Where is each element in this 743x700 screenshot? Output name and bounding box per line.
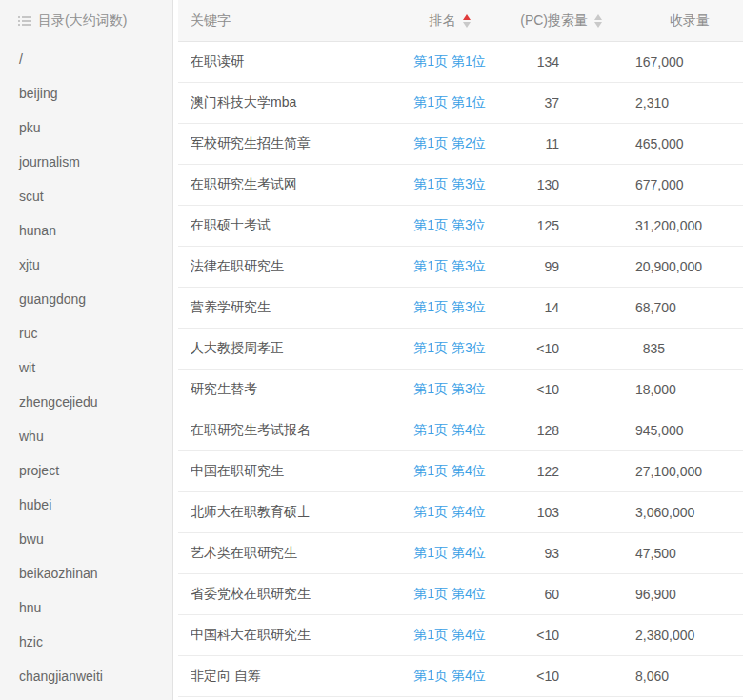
search-volume-cell: 14 bbox=[512, 300, 635, 315]
index-volume-cell: 677,000 bbox=[635, 177, 743, 192]
rank-link[interactable]: 第1页 第3位 bbox=[413, 258, 485, 275]
table-row: 在职读研 第1页 第1位 134 167,000 bbox=[178, 42, 743, 83]
sort-search-volume-icon[interactable] bbox=[594, 14, 602, 28]
column-header-rank-label: 排名 bbox=[430, 12, 456, 30]
search-volume-cell: 11 bbox=[512, 136, 635, 151]
search-volume-cell: 60 bbox=[512, 587, 635, 602]
sort-rank-icon[interactable] bbox=[463, 14, 471, 28]
table-row: 在职硕士考试 第1页 第3位 125 31,200,000 bbox=[178, 206, 743, 247]
search-volume-cell: 37 bbox=[512, 95, 635, 110]
rank-link[interactable]: 第1页 第4位 bbox=[413, 422, 485, 439]
sidebar-item[interactable]: scut bbox=[0, 179, 172, 213]
rank-link[interactable]: 第1页 第2位 bbox=[413, 135, 485, 152]
sidebar-item[interactable]: bwu bbox=[0, 522, 172, 556]
sidebar-item[interactable]: hzic bbox=[0, 625, 172, 659]
keyword-cell: 营养学研究生 bbox=[178, 299, 388, 316]
sidebar-item[interactable]: / bbox=[0, 42, 172, 76]
rank-link[interactable]: 第1页 第4位 bbox=[413, 463, 485, 480]
column-header-keyword: 关键字 bbox=[178, 12, 388, 30]
keyword-cell: 在职研究生考试网 bbox=[178, 176, 388, 193]
rank-link[interactable]: 第1页 第3位 bbox=[413, 340, 485, 357]
rank-link[interactable]: 第1页 第4位 bbox=[413, 545, 485, 562]
index-volume-cell: 20,900,000 bbox=[635, 259, 743, 274]
list-icon bbox=[18, 14, 31, 28]
rank-link[interactable]: 第1页 第4位 bbox=[413, 627, 485, 644]
index-volume-cell: 2,380,000 bbox=[635, 628, 743, 643]
sidebar-item[interactable]: changjianweiti bbox=[0, 659, 172, 693]
search-volume-cell: <10 bbox=[512, 628, 635, 643]
sidebar-item[interactable]: zhengcejiedu bbox=[0, 385, 172, 419]
sidebar-item[interactable]: hubei bbox=[0, 488, 172, 522]
rank-link[interactable]: 第1页 第4位 bbox=[413, 668, 485, 685]
rank-link[interactable]: 第1页 第1位 bbox=[413, 53, 485, 70]
search-volume-cell: 130 bbox=[512, 177, 635, 192]
table-row: 艺术类在职研究生 第1页 第4位 93 47,500 bbox=[178, 533, 743, 574]
search-volume-cell: 103 bbox=[512, 505, 635, 520]
sidebar-item[interactable]: project bbox=[0, 453, 172, 488]
search-volume-cell: <10 bbox=[512, 341, 635, 356]
column-header-keyword-label: 关键字 bbox=[191, 12, 231, 28]
search-volume-cell: 134 bbox=[512, 54, 635, 70]
sidebar-item[interactable]: journalism bbox=[0, 145, 172, 179]
table-row: 北师大在职教育硕士 第1页 第4位 103 3,060,000 bbox=[178, 492, 743, 533]
keyword-cell: 在职研究生考试报名 bbox=[178, 422, 388, 439]
index-volume-cell: 8,060 bbox=[635, 669, 743, 684]
rank-link[interactable]: 第1页 第3位 bbox=[413, 381, 485, 398]
index-volume-cell: 465,000 bbox=[635, 136, 743, 151]
sort-desc-icon[interactable] bbox=[594, 22, 602, 28]
sort-desc-icon[interactable] bbox=[463, 22, 471, 28]
table-row: 在职研究生考试报名 第1页 第4位 128 945,000 bbox=[178, 410, 743, 451]
sidebar-item[interactable]: guangdong bbox=[0, 282, 172, 316]
sort-asc-icon[interactable] bbox=[463, 14, 471, 20]
column-header-index-volume: 收录量 bbox=[635, 12, 743, 30]
table-row: 省委党校在职研究生 第1页 第4位 60 96,900 bbox=[178, 574, 743, 615]
rank-link[interactable]: 第1页 第3位 bbox=[413, 176, 485, 193]
sort-asc-icon[interactable] bbox=[594, 14, 602, 20]
keyword-cell: 在职硕士考试 bbox=[178, 217, 388, 234]
column-header-rank[interactable]: 排名 bbox=[388, 12, 512, 30]
table-row: 军校研究生招生简章 第1页 第2位 11 465,000 bbox=[178, 124, 743, 165]
rank-link[interactable]: 第1页 第3位 bbox=[413, 299, 485, 316]
table-header-row: 关键字 排名 (PC)搜索量 收录量 bbox=[178, 0, 743, 42]
index-volume-cell: 31,200,000 bbox=[635, 218, 743, 233]
index-volume-cell: 2,310 bbox=[635, 95, 743, 110]
sidebar-item[interactable]: hunan bbox=[0, 213, 172, 248]
sidebar-header: 目录(大约词数) bbox=[0, 0, 172, 42]
column-header-index-volume-label: 收录量 bbox=[670, 12, 710, 28]
table-row: 法律在职研究生 第1页 第3位 99 20,900,000 bbox=[178, 247, 743, 288]
index-volume-cell: 47,500 bbox=[635, 546, 743, 561]
search-volume-cell: <10 bbox=[512, 382, 635, 397]
keyword-cell: 北师大在职教育硕士 bbox=[178, 504, 388, 521]
table-body: 在职读研 第1页 第1位 134 167,000 澳门科技大学mba 第1页 第… bbox=[178, 42, 743, 697]
sidebar-item[interactable]: beikaozhinan bbox=[0, 556, 172, 590]
index-volume-cell: 96,900 bbox=[635, 587, 743, 602]
column-header-search-volume[interactable]: (PC)搜索量 bbox=[512, 12, 635, 30]
keyword-cell: 艺术类在职研究生 bbox=[178, 545, 388, 562]
rank-link[interactable]: 第1页 第4位 bbox=[413, 504, 485, 521]
sidebar-item[interactable]: pku bbox=[0, 110, 172, 145]
keyword-cell: 在职读研 bbox=[178, 53, 388, 70]
keyword-cell: 人大教授周孝正 bbox=[178, 340, 388, 357]
sidebar-item[interactable]: hnu bbox=[0, 590, 172, 625]
sidebar: 目录(大约词数) /beijingpkujournalismscuthunanx… bbox=[0, 0, 173, 700]
sidebar-item[interactable]: beijing bbox=[0, 76, 172, 110]
rank-link[interactable]: 第1页 第3位 bbox=[413, 217, 485, 234]
table-row: 非定向 自筹 第1页 第4位 <10 8,060 bbox=[178, 656, 743, 697]
search-volume-cell: 122 bbox=[512, 464, 635, 479]
keyword-table: 关键字 排名 (PC)搜索量 收录量 在职读研 第1页 第 bbox=[178, 0, 743, 700]
table-row: 在职研究生考试网 第1页 第3位 130 677,000 bbox=[178, 165, 743, 206]
keyword-cell: 中国科大在职研究生 bbox=[178, 627, 388, 644]
sidebar-item[interactable]: xjtu bbox=[0, 248, 172, 282]
keyword-cell: 澳门科技大学mba bbox=[178, 94, 388, 111]
rank-link[interactable]: 第1页 第4位 bbox=[413, 586, 485, 603]
keyword-cell: 中国在职研究生 bbox=[178, 463, 388, 480]
table-row: 中国科大在职研究生 第1页 第4位 <10 2,380,000 bbox=[178, 615, 743, 656]
sidebar-item[interactable]: wit bbox=[0, 350, 172, 385]
index-volume-cell: 835 bbox=[635, 341, 743, 356]
sidebar-item[interactable]: whu bbox=[0, 419, 172, 453]
search-volume-cell: 93 bbox=[512, 546, 635, 561]
sidebar-item[interactable]: ruc bbox=[0, 316, 172, 350]
table-row: 人大教授周孝正 第1页 第3位 <10 835 bbox=[178, 329, 743, 370]
rank-link[interactable]: 第1页 第1位 bbox=[413, 94, 485, 111]
sidebar-title: 目录(大约词数) bbox=[38, 12, 127, 30]
